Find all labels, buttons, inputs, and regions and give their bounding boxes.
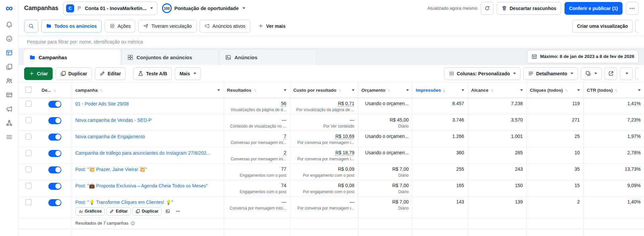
row-checkbox[interactable]	[25, 101, 32, 107]
search-button[interactable]	[24, 20, 38, 32]
column-header[interactable]: Impressões ↓	[412, 82, 468, 98]
account-quality-icon[interactable]	[5, 34, 14, 43]
reports-button[interactable]	[581, 67, 602, 80]
column-menu-caret[interactable]	[216, 89, 220, 91]
column-header[interactable]: Resultados ↑↓	[223, 82, 290, 98]
column-menu-caret[interactable]	[405, 89, 409, 91]
column-header[interactable]: De... ↑↓	[38, 82, 72, 98]
export-button[interactable]	[604, 67, 617, 80]
campaign-name-link[interactable]: Post: "💡 Transforme Cliques em Clientes!…	[75, 199, 220, 205]
campaign-status-toggle[interactable]	[48, 183, 61, 190]
column-menu-caret[interactable]	[576, 89, 580, 91]
column-menu-caret[interactable]	[461, 89, 464, 91]
date-range-selector[interactable]: Máximo: 8 de jan de 2023 a 8 de fev de 2…	[527, 50, 639, 63]
tab-ad-sets[interactable]: Conjuntos de anúncios	[122, 50, 218, 65]
megaphone-icon[interactable]	[5, 104, 14, 113]
column-header[interactable]: Custo por resultado ↑↓	[290, 82, 358, 98]
results-value[interactable]: —	[227, 117, 286, 123]
results-value[interactable]: 74	[227, 183, 286, 188]
sort-icon[interactable]: ↑↓	[53, 88, 56, 92]
column-header[interactable]: CTR (todos) ↑↓	[583, 82, 644, 98]
edit-button[interactable]: Editar	[106, 207, 130, 216]
results-value[interactable]: 7	[227, 134, 286, 139]
column-header[interactable]: campanha ↑↓	[72, 82, 223, 98]
ab-test-button[interactable]: Teste A/B	[133, 67, 172, 80]
sort-icon[interactable]: ↑↓	[615, 88, 618, 92]
results-value[interactable]: —	[227, 199, 286, 205]
campaign-status-toggle[interactable]	[48, 199, 61, 206]
row-checkbox[interactable]	[25, 134, 32, 140]
sort-icon[interactable]: ↓	[443, 88, 446, 93]
column-header[interactable]: Orçamento ↑↓	[358, 82, 412, 98]
filter-chip-active-ads[interactable]: Anúncios ativos	[200, 20, 250, 32]
campaign-name-link[interactable]: 01 - Poder Ads Site 29/08	[75, 101, 220, 107]
sort-icon[interactable]: ↑↓	[253, 88, 256, 92]
cost-per-result-value[interactable]: R$ 18,79	[293, 150, 355, 155]
cost-per-result-value[interactable]: R$ 0,71	[293, 101, 355, 106]
meta-logo[interactable]: ∞	[6, 3, 13, 13]
audiences-icon[interactable]	[5, 76, 14, 85]
column-menu-caret[interactable]	[637, 89, 641, 91]
duplicate-button[interactable]: Duplicar	[132, 207, 162, 216]
create-view-button[interactable]: Criar uma visualização	[572, 20, 633, 32]
sort-icon[interactable]: ↑↓	[100, 88, 103, 92]
account-selector[interactable]: C Conta 01 - InovaMarketin...	[63, 2, 157, 15]
campaign-status-toggle[interactable]	[48, 166, 61, 173]
pages-icon[interactable]	[5, 62, 14, 71]
sort-icon[interactable]: ↑↓	[387, 88, 390, 92]
columns-button[interactable]: Colunas: Personalizado	[444, 67, 521, 80]
breakdown-button[interactable]: Detalhamento	[523, 67, 578, 80]
column-header[interactable]: Cliques (todos) ↑↓	[526, 82, 583, 98]
row-checkbox[interactable]	[25, 183, 32, 189]
results-value[interactable]: 56	[227, 101, 286, 106]
filter-chip-see-more[interactable]: Ver mais	[253, 20, 290, 32]
sort-icon[interactable]: ↑↓	[338, 88, 341, 92]
menu-icon[interactable]	[5, 133, 14, 141]
review-publish-button[interactable]: Conferir e publicar (1)	[565, 2, 623, 15]
column-header[interactable]: Alcance ↑↓	[468, 82, 526, 98]
row-checkbox[interactable]	[25, 117, 32, 123]
filter-chip-actions[interactable]: Ações	[105, 20, 136, 32]
column-menu-caret[interactable]	[519, 89, 523, 91]
cost-per-result-value[interactable]: —	[293, 117, 355, 123]
more-options-button[interactable]: ⋯	[174, 207, 182, 216]
column-menu-caret[interactable]	[351, 89, 355, 91]
campaign-status-toggle[interactable]	[48, 134, 61, 141]
campaign-name-link[interactable]: Post: "💥 Prazer, Jaine Vieira! 💥"	[75, 166, 220, 172]
campaign-name-link[interactable]: Nova campanha de Vendas - SED-P	[75, 117, 220, 123]
row-checkbox[interactable]	[25, 166, 32, 172]
tab-ads[interactable]: Anúncios	[220, 50, 316, 65]
sort-icon[interactable]: ↑↓	[565, 88, 568, 92]
cost-per-result-value[interactable]: R$ 10,69	[293, 134, 355, 139]
refresh-button[interactable]	[481, 2, 493, 15]
row-checkbox[interactable]	[25, 150, 32, 156]
duplicate-button[interactable]: Duplicar	[56, 67, 92, 80]
cost-per-result-value[interactable]: R$ 0,09	[293, 166, 355, 172]
campaign-status-toggle[interactable]	[48, 101, 61, 108]
opportunity-score-dropdown[interactable]: 100 Pontuação de oportunidade	[162, 3, 245, 13]
filter-chip-had-delivery[interactable]: Tiveram veiculação	[138, 20, 196, 32]
column-menu-caret[interactable]	[283, 89, 286, 91]
business-structure-icon[interactable]	[5, 119, 14, 127]
clipped-button[interactable]	[635, 67, 639, 80]
results-value[interactable]: 2	[227, 150, 286, 155]
sort-icon[interactable]: ↑↓	[490, 88, 493, 92]
filter-chip-all-ads[interactable]: Todos os anúncios	[41, 20, 102, 32]
campaign-status-toggle[interactable]	[48, 117, 61, 124]
clipped-button[interactable]	[635, 20, 639, 32]
campaign-name-link[interactable]: Nova campanha de Engajamento	[75, 134, 220, 140]
cost-per-result-value[interactable]: —	[293, 199, 355, 205]
cost-per-result-value[interactable]: R$ 0,08	[293, 183, 355, 188]
export-options-button[interactable]	[620, 67, 633, 80]
campaign-status-toggle[interactable]	[48, 150, 61, 157]
preview-image-button[interactable]	[163, 207, 172, 216]
select-all-checkbox[interactable]	[25, 87, 32, 93]
campaigns-table-icon[interactable]	[5, 48, 14, 57]
row-checkbox[interactable]	[25, 199, 32, 205]
create-button[interactable]: Criar	[24, 67, 53, 80]
billing-icon[interactable]	[5, 90, 14, 99]
campaign-name-link[interactable]: Campanha de tráfego para anunciantes do …	[75, 150, 220, 156]
tab-campaigns[interactable]: Campanhas	[24, 50, 120, 65]
results-value[interactable]: 77	[227, 166, 286, 172]
search-filter-input[interactable]	[27, 39, 636, 45]
